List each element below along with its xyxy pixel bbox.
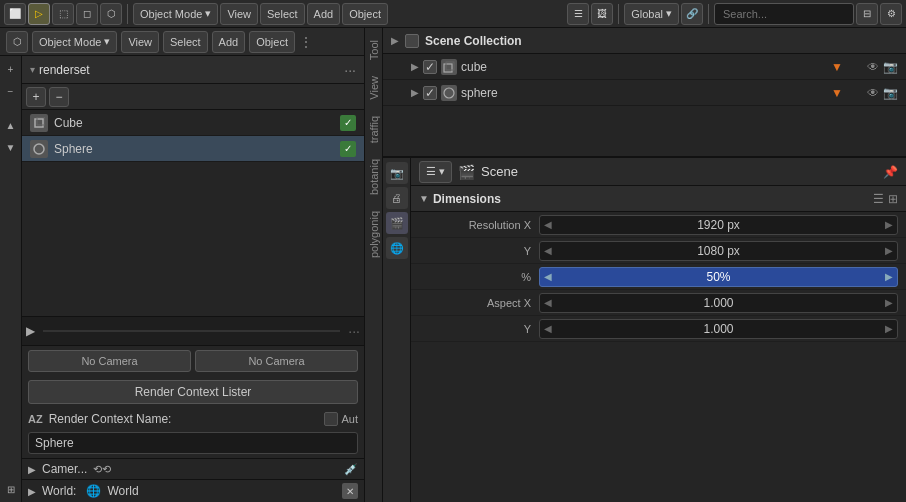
outliner-area: ▶ Scene Collection ▶ ✓ cube ▼ 👁 📷 [383, 28, 906, 158]
tool-remove-icon[interactable]: − [2, 82, 20, 100]
left-panel-toolbar: ⬡ Object Mode ▾ View Select Add Object ⋮ [0, 28, 364, 56]
tab-botaniq[interactable]: botaniq [366, 151, 382, 203]
rs-add-btn[interactable]: + [26, 87, 46, 107]
outliner-item-sphere[interactable]: ▶ ✓ sphere ▼ 👁 📷 [383, 80, 906, 106]
render-context-lister-btn[interactable]: Render Context Lister [28, 380, 358, 404]
props-header: ☰ ▾ 🎬 Scene 📌 [411, 158, 906, 186]
tab-traffiq[interactable]: traffiq [366, 108, 382, 151]
dimensions-list-icon[interactable]: ☰ [873, 192, 884, 206]
render-context-name-input[interactable]: Sphere [28, 432, 358, 454]
cube-eye-icon[interactable]: 👁 [867, 60, 879, 74]
sphere-expand-icon[interactable]: ▶ [411, 87, 419, 98]
resolution-x-left-arrow[interactable]: ◀ [544, 219, 552, 230]
props-output-icon[interactable]: 🖨 [386, 187, 408, 209]
object-btn[interactable]: Object [342, 3, 388, 25]
resolution-y-right-arrow[interactable]: ▶ [885, 245, 893, 256]
view-left-btn[interactable]: View [121, 31, 159, 53]
aspect-x-right-arrow[interactable]: ▶ [885, 297, 893, 308]
tool-down-icon[interactable]: ▼ [2, 138, 20, 156]
cube-outliner-name: cube [461, 60, 827, 74]
resolution-y-text: 1080 px [697, 244, 740, 258]
outliner-icon[interactable]: ☰ [567, 3, 589, 25]
search-input[interactable] [714, 3, 854, 25]
object-mode-btn[interactable]: Object Mode ▾ [133, 3, 218, 25]
list-item[interactable]: Sphere ✓ [22, 136, 364, 162]
cube-name: Cube [54, 116, 334, 130]
select-lasso-icon[interactable]: ⬡ [100, 3, 122, 25]
view-btn[interactable]: View [220, 3, 258, 25]
props-mode-btn[interactable]: ☰ ▾ [419, 161, 452, 183]
world-clear-btn[interactable]: ✕ [342, 483, 358, 499]
pin-icon[interactable]: 📌 [883, 165, 898, 179]
resolution-x-right-arrow[interactable]: ▶ [885, 219, 893, 230]
world-expand-icon[interactable]: ▶ [28, 486, 36, 497]
filter-icon[interactable]: ⊟ [856, 3, 878, 25]
tab-view[interactable]: View [366, 68, 382, 108]
aspect-y-left-arrow[interactable]: ◀ [544, 323, 552, 334]
list-item[interactable]: Cube ✓ [22, 110, 364, 136]
layout-icon-btn[interactable]: ⬜ [4, 3, 26, 25]
cube-camera-icon[interactable]: 📷 [883, 60, 898, 74]
view-type-icon[interactable]: 🖼 [591, 3, 613, 25]
select-left-btn[interactable]: Select [163, 31, 208, 53]
cursor-icon-btn[interactable]: ▷ [28, 3, 50, 25]
sphere-checkbox[interactable]: ✓ [340, 141, 356, 157]
resolution-y-value[interactable]: ◀ 1080 px ▶ [539, 241, 898, 261]
global-btn[interactable]: Global ▾ [624, 3, 679, 25]
auto-checkbox[interactable] [324, 412, 338, 426]
dropper-icon[interactable]: 💉 [344, 463, 358, 476]
play-button[interactable]: ▶ [26, 324, 35, 338]
timeline-track[interactable] [43, 330, 340, 332]
camera-expand-icon[interactable]: ▶ [28, 464, 36, 475]
select-box-icon[interactable]: ⬚ [52, 3, 74, 25]
no-camera-btn-1[interactable]: No Camera [28, 350, 191, 372]
no-camera-btn-2[interactable]: No Camera [195, 350, 358, 372]
add-btn[interactable]: Add [307, 3, 341, 25]
outliner-item-cube[interactable]: ▶ ✓ cube ▼ 👁 📷 [383, 54, 906, 80]
sphere-eye-icon[interactable]: 👁 [867, 86, 879, 100]
scene-collection-title: Scene Collection [425, 34, 522, 48]
tab-tool[interactable]: Tool [366, 32, 382, 68]
sphere-name: Sphere [54, 142, 334, 156]
aspect-y-value[interactable]: ◀ 1.000 ▶ [539, 319, 898, 339]
sphere-camera-icon[interactable]: 📷 [883, 86, 898, 100]
dimensions-grid-icon[interactable]: ⊞ [888, 192, 898, 206]
percent-right-arrow[interactable]: ▶ [885, 271, 893, 282]
world-row: ▶ World: 🌐 World ✕ [22, 479, 364, 502]
tab-polygoniq[interactable]: polygoniq [366, 203, 382, 266]
link-icon[interactable]: 🔗 [681, 3, 703, 25]
left-panel-icon1[interactable]: ⬡ [6, 31, 28, 53]
resolution-y-left-arrow[interactable]: ◀ [544, 245, 552, 256]
renderset-expand-icon[interactable]: ▾ [30, 64, 35, 75]
cube-checkbox[interactable]: ✓ [340, 115, 356, 131]
add-left-btn[interactable]: Add [212, 31, 246, 53]
left-side-icons: + − ▲ ▼ ⊞ [0, 56, 22, 502]
percent-left-arrow[interactable]: ◀ [544, 271, 552, 282]
tool-link-icon[interactable]: ⊞ [2, 480, 20, 498]
dimensions-icons: ☰ ⊞ [873, 192, 898, 206]
tool-up-icon[interactable]: ▲ [2, 116, 20, 134]
cube-outliner-checkbox[interactable]: ✓ [423, 60, 437, 74]
aspect-y-right-arrow[interactable]: ▶ [885, 323, 893, 334]
dimensions-header[interactable]: ▼ Dimensions ☰ ⊞ [411, 186, 906, 212]
props-render-icon[interactable]: 📷 [386, 162, 408, 184]
aspect-x-value[interactable]: ◀ 1.000 ▶ [539, 293, 898, 313]
cube-expand-icon[interactable]: ▶ [411, 61, 419, 72]
tool-add-icon[interactable]: + [2, 60, 20, 78]
select-btn[interactable]: Select [260, 3, 305, 25]
left-toolbar-more[interactable]: ⋮ [299, 34, 313, 50]
object-left-btn[interactable]: Object [249, 31, 295, 53]
rs-remove-btn[interactable]: − [49, 87, 69, 107]
renderset-menu-dots[interactable]: ··· [344, 62, 356, 78]
resolution-x-value[interactable]: ◀ 1920 px ▶ [539, 215, 898, 235]
object-mode-left-btn[interactable]: Object Mode ▾ [32, 31, 117, 53]
settings-icon[interactable]: ⚙ [880, 3, 902, 25]
outliner-header-checkbox[interactable] [405, 34, 419, 48]
sphere-outliner-checkbox[interactable]: ✓ [423, 86, 437, 100]
props-world-icon[interactable]: 🌐 [386, 237, 408, 259]
aspect-x-left-arrow[interactable]: ◀ [544, 297, 552, 308]
select-circle-icon[interactable]: ◻ [76, 3, 98, 25]
percent-value[interactable]: ◀ 50% ▶ [539, 267, 898, 287]
outliner-header-expand[interactable]: ▶ [391, 35, 399, 46]
props-scene-icon-btn[interactable]: 🎬 [386, 212, 408, 234]
